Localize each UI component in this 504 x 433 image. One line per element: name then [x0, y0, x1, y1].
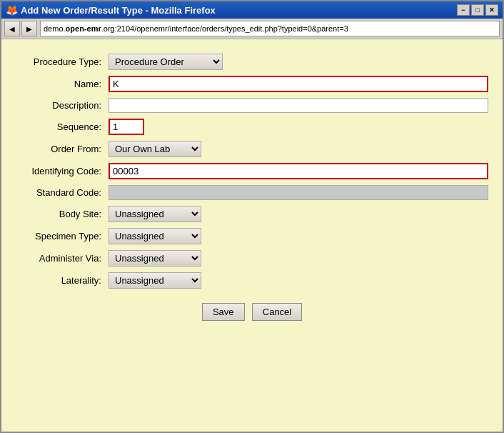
- browser-window: 🦊 Add New Order/Result Type - Mozilla Fi…: [0, 0, 504, 433]
- body-site-row: Body Site: Unassigned: [16, 206, 488, 222]
- procedure-type-select[interactable]: Procedure Order Procedure Set Procedure: [109, 54, 223, 70]
- standard-code-row: Standard Code:: [16, 185, 488, 200]
- name-label: Name:: [16, 79, 109, 89]
- nav-buttons: ◀ ▶: [4, 21, 37, 36]
- order-from-control: Our Own Lab: [109, 141, 488, 157]
- forward-button[interactable]: ▶: [21, 21, 37, 36]
- order-from-label: Order From:: [16, 144, 109, 154]
- description-input[interactable]: [109, 98, 488, 113]
- description-control: [109, 98, 488, 113]
- sequence-input[interactable]: [109, 119, 144, 135]
- specimen-type-control: Unassigned: [109, 228, 488, 244]
- administer-via-control: Unassigned: [109, 250, 488, 267]
- specimen-type-row: Specimen Type: Unassigned: [16, 228, 488, 244]
- order-from-select[interactable]: Our Own Lab: [109, 141, 201, 157]
- specimen-type-label: Specimen Type:: [16, 231, 109, 242]
- url-bold: open-emr: [66, 24, 101, 33]
- title-bar: 🦊 Add New Order/Result Type - Mozilla Fi…: [1, 1, 503, 19]
- procedure-type-label: Procedure Type:: [16, 56, 109, 67]
- close-button[interactable]: ✕: [485, 4, 498, 16]
- maximize-button[interactable]: □: [471, 4, 484, 16]
- standard-code-input: [109, 185, 488, 200]
- administer-via-select[interactable]: Unassigned: [109, 250, 201, 267]
- url-suffix: .org:2104/openemr/interface/orders/types…: [101, 24, 348, 33]
- administer-via-label: Administer Via:: [16, 253, 109, 264]
- body-site-control: Unassigned: [109, 206, 488, 222]
- administer-via-row: Administer Via: Unassigned: [16, 250, 488, 267]
- minimize-button[interactable]: −: [457, 4, 470, 16]
- address-bar: ◀ ▶ demo.open-emr.org:2104/openemr/inter…: [1, 19, 503, 39]
- cancel-button[interactable]: Cancel: [252, 303, 302, 321]
- identifying-code-row: Identifying Code:: [16, 163, 488, 179]
- identifying-code-label: Identifying Code:: [16, 166, 109, 176]
- body-site-label: Body Site:: [16, 209, 109, 219]
- firefox-icon: 🦊: [6, 4, 18, 16]
- standard-code-control: [109, 185, 488, 200]
- url-prefix: demo.: [44, 24, 66, 33]
- laterality-select[interactable]: Unassigned: [109, 272, 201, 289]
- order-from-row: Order From: Our Own Lab: [16, 141, 488, 157]
- address-field[interactable]: demo.open-emr.org:2104/openemr/interface…: [40, 21, 500, 36]
- sequence-row: Sequence:: [16, 119, 488, 135]
- sequence-label: Sequence:: [16, 121, 109, 132]
- body-site-select[interactable]: Unassigned: [109, 206, 201, 222]
- window-controls: − □ ✕: [457, 4, 498, 16]
- form: Procedure Type: Procedure Order Procedur…: [16, 54, 488, 321]
- window-title: Add New Order/Result Type - Mozilla Fire…: [21, 5, 216, 16]
- buttons-row: Save Cancel: [16, 303, 488, 321]
- laterality-control: Unassigned: [109, 272, 488, 289]
- description-row: Description:: [16, 98, 488, 113]
- back-button[interactable]: ◀: [4, 21, 20, 36]
- identifying-code-control: [109, 163, 488, 179]
- procedure-type-row: Procedure Type: Procedure Order Procedur…: [16, 54, 488, 70]
- name-row: Name:: [16, 76, 488, 92]
- name-input[interactable]: [109, 76, 488, 92]
- sequence-control: [109, 119, 488, 135]
- description-label: Description:: [16, 100, 109, 111]
- specimen-type-select[interactable]: Unassigned: [109, 228, 201, 244]
- laterality-label: Laterality:: [16, 275, 109, 286]
- standard-code-label: Standard Code:: [16, 187, 109, 198]
- name-control: [109, 76, 488, 92]
- laterality-row: Laterality: Unassigned: [16, 272, 488, 289]
- title-bar-left: 🦊 Add New Order/Result Type - Mozilla Fi…: [6, 4, 216, 16]
- content-area: Procedure Type: Procedure Order Procedur…: [1, 39, 503, 432]
- identifying-code-input[interactable]: [109, 163, 488, 179]
- procedure-type-control: Procedure Order Procedure Set Procedure: [109, 54, 488, 70]
- save-button[interactable]: Save: [202, 303, 245, 321]
